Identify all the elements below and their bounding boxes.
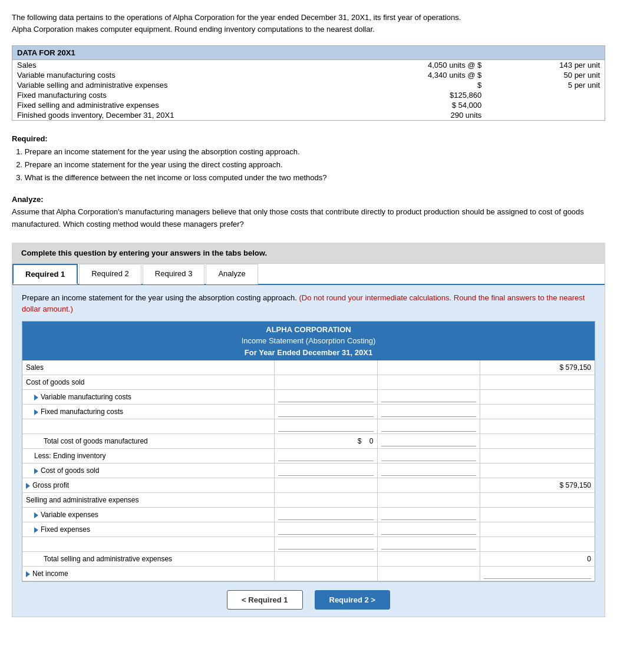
ending-inv-input2[interactable] [381,451,477,461]
row-label: Fixed expenses [22,522,274,537]
triangle-icon [34,527,38,533]
row-label: Sales [22,360,274,375]
table-row: Total cost of goods manufactured $ 0 [22,434,595,449]
var-mfg-cost-input[interactable] [278,392,374,402]
gross-profit-value: $ 579,150 [480,478,595,493]
table-row: Total selling and administrative expense… [22,552,595,567]
row-label: Variable expenses [22,508,274,522]
fixed-mfg-cost-input[interactable] [278,407,374,417]
complete-box-text: Complete this question by entering your … [21,249,267,257]
required-title: Required: [12,133,605,145]
table-row: Cost of goods sold [22,375,595,390]
table-row: Variable manufacturing costs [22,390,595,405]
tab-required3[interactable]: Required 3 [143,264,205,284]
data-table: DATA FOR 20X1 Sales 4,050 units @ $ 143 … [12,45,605,121]
table-row: Variable expenses [22,508,595,522]
row-label: Variable manufacturing costs [22,390,274,405]
empty-row2-input1[interactable] [278,539,374,549]
tab-content-required1: Prepare an income statement for the year… [12,285,605,617]
ending-inv-input[interactable] [278,451,374,461]
table-row: Sales 4,050 units @ $ 143 per unit [12,60,605,71]
required-item-1: 1. Prepare an income statement for the y… [12,145,605,158]
is-title: ALPHA CORPORATION [22,324,595,336]
row-unit: 143 per unit [486,60,605,71]
nav-buttons: < Required 1 Required 2 > [22,590,595,610]
total-sg-a-value: 0 [480,552,595,567]
triangle-icon [26,483,30,489]
triangle-icon [34,395,38,400]
table-row: Fixed manufacturing costs [22,405,595,419]
triangle-icon [34,409,38,415]
table-row: Less: Ending inventory [22,449,595,464]
empty-row-input1[interactable] [278,422,374,432]
is-header: ALPHA CORPORATION Income Statement (Abso… [22,322,595,361]
table-row: Fixed selling and administrative expense… [12,100,605,110]
table-row: Variable selling and administrative expe… [12,80,605,90]
is-subtitle2: For Year Ended December 31, 20X1 [22,347,595,359]
table-row: Finished goods inventory, December 31, 2… [12,110,605,121]
row-label: Total selling and administrative expense… [22,552,274,567]
total-cogs-mfg-input[interactable] [381,436,477,446]
table-row [22,419,595,434]
fixed-exp-input2[interactable] [381,525,477,535]
row-label: Fixed manufacturing costs [22,405,274,419]
required-item-3: 3. What is the difference between the ne… [12,171,605,184]
data-table-header: DATA FOR 20X1 [12,46,605,60]
empty-row-input2[interactable] [381,422,477,432]
table-row: Fixed expenses [22,522,595,537]
is-table: Sales $ 579,150 Cost of goods sold Varia… [22,360,595,581]
triangle-icon [34,468,38,474]
tab-required2[interactable]: Required 2 [79,264,141,284]
row-label: Less: Ending inventory [22,449,274,464]
row-col1 [274,360,377,375]
row-label: Gross profit [22,478,274,493]
complete-box: Complete this question by entering your … [12,243,605,263]
table-row: Cost of goods sold [22,464,595,478]
empty-row2-input2[interactable] [381,539,477,549]
row-col3: $ 579,150 [480,360,595,375]
is-subtitle: Income Statement (Absorption Costing) [22,335,595,347]
table-row: Net income [22,567,595,581]
next-button[interactable]: Required 2 > [315,590,390,610]
prev-button[interactable]: < Required 1 [227,590,302,610]
intro-paragraph: The following data pertains to the opera… [12,12,605,35]
var-mfg-cost-input2[interactable] [381,392,477,402]
intro-line2: Alpha Corporation makes computer equipme… [12,25,375,34]
row-qty: 4,050 units @ $ [338,60,487,71]
triangle-icon [34,512,38,518]
table-row: Selling and administrative expenses [22,493,595,508]
net-income-input[interactable] [484,569,591,579]
cogs-input[interactable] [278,466,374,476]
table-row [22,537,595,552]
cogs-input2[interactable] [381,466,477,476]
fixed-exp-input[interactable] [278,525,374,535]
tabs-container: Required 1 Required 2 Required 3 Analyze… [12,263,605,618]
required-item-2: 2. Prepare an income statement for the y… [12,158,605,171]
tab-required1[interactable]: Required 1 [12,264,78,284]
analyze-title: Analyze: [12,194,605,206]
row-label: Total cost of goods manufactured [22,434,274,449]
analyze-text: Assume that Alpha Corporation's manufact… [12,206,605,231]
table-row: Gross profit $ 579,150 [22,478,595,493]
row-label: Net income [22,567,274,581]
analyze-section: Analyze: Assume that Alpha Corporation's… [12,194,605,230]
required-section: Required: 1. Prepare an income statement… [12,133,605,184]
instruction-normal: Prepare an income statement for the year… [22,293,297,302]
fixed-mfg-cost-input2[interactable] [381,407,477,417]
var-exp-input2[interactable] [381,510,477,520]
row-label: Cost of goods sold [22,464,274,478]
table-row: Variable manufacturing costs 4,340 units… [12,70,605,80]
tabs-header: Required 1 Required 2 Required 3 Analyze [12,264,605,285]
table-row: Fixed manufacturing costs $125,860 [12,90,605,100]
row-label: Sales [12,60,338,71]
row-col2 [377,360,480,375]
intro-line1: The following data pertains to the opera… [12,13,461,22]
table-row: Sales $ 579,150 [22,360,595,375]
triangle-icon [26,571,30,577]
instruction-text: Prepare an income statement for the year… [22,292,595,315]
var-exp-input[interactable] [278,510,374,520]
row-label: Cost of goods sold [22,375,274,390]
income-statement-wrapper: ALPHA CORPORATION Income Statement (Abso… [22,321,595,582]
tab-analyze[interactable]: Analyze [206,264,258,284]
row-label: Selling and administrative expenses [22,493,274,508]
